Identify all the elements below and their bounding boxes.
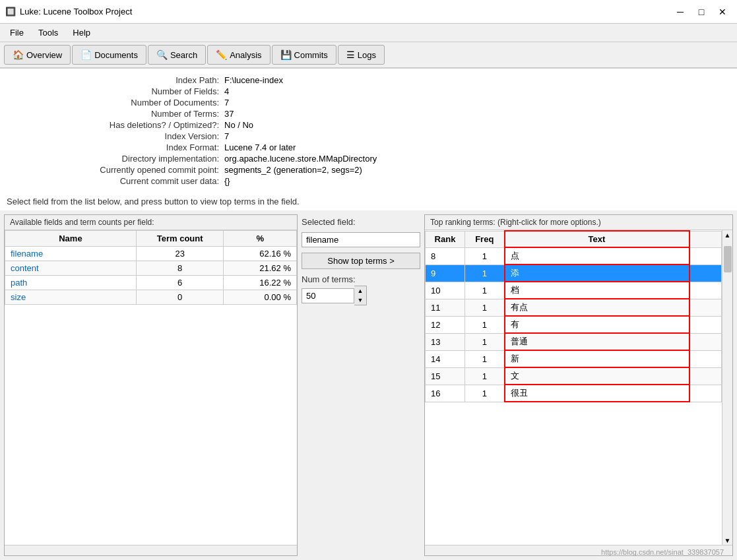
field-name: filename xyxy=(5,247,137,261)
selected-field-input[interactable] xyxy=(302,232,420,247)
col-pct-header: % xyxy=(224,231,297,247)
tab-commits[interactable]: 💾 Commits xyxy=(272,45,336,65)
term-text: 档 xyxy=(505,282,689,299)
term-text: 有点 xyxy=(505,299,689,316)
term-freq: 1 xyxy=(465,367,505,385)
info-value: 7 xyxy=(224,131,229,141)
info-row: Current commit user data:{} xyxy=(13,176,724,186)
home-icon: 🏠 xyxy=(13,49,24,60)
term-freq: 1 xyxy=(465,385,505,402)
info-label: Directory implementation: xyxy=(13,154,224,164)
search-icon: 🔍 xyxy=(156,49,168,60)
info-label: Number of Fields: xyxy=(13,86,224,96)
info-label: Has deletions? / Optimized?: xyxy=(13,120,224,130)
left-horizontal-scrollbar[interactable] xyxy=(5,545,297,555)
term-text: 很丑 xyxy=(505,385,689,402)
field-pct: 62.16 % xyxy=(224,247,297,261)
tab-documents[interactable]: 📄 Documents xyxy=(72,45,146,65)
table-row[interactable]: 101档 xyxy=(426,282,722,299)
tab-overview-label: Overview xyxy=(26,50,62,60)
field-count: 6 xyxy=(136,276,224,290)
field-name: content xyxy=(5,261,137,276)
tab-analysis[interactable]: ✏️ Analysis xyxy=(207,45,270,65)
num-of-terms-input[interactable] xyxy=(302,288,354,303)
term-extra xyxy=(689,350,722,367)
app-icon: 🔲 xyxy=(5,7,16,17)
field-pct: 21.62 % xyxy=(224,261,297,276)
watermark: https://blog.csdn.net/sinat_339837057 xyxy=(601,548,724,556)
table-row[interactable]: 121有 xyxy=(426,316,722,333)
minimize-button[interactable]: ─ xyxy=(671,4,689,20)
term-text: 文 xyxy=(505,367,689,385)
show-top-terms-button[interactable]: Show top terms > xyxy=(302,253,420,269)
info-label: Currently opened commit point: xyxy=(13,165,224,175)
right-panel-title: Top ranking terms: (Right-click for more… xyxy=(425,215,732,230)
selected-field-label: Selected field: xyxy=(302,217,420,227)
table-row[interactable]: 111有点 xyxy=(426,299,722,316)
term-extra xyxy=(689,264,722,282)
term-extra xyxy=(689,299,722,316)
table-row[interactable]: 141新 xyxy=(426,350,722,367)
terms-wrapper: Rank Freq Text 81点91添101档111有点121有131普通1… xyxy=(425,230,732,545)
table-row[interactable]: content821.62 % xyxy=(5,261,297,276)
term-rank: 13 xyxy=(426,333,465,350)
maximize-button[interactable]: □ xyxy=(692,4,711,20)
num-spinner: ▲ ▼ xyxy=(302,286,420,305)
term-text: 普通 xyxy=(505,333,689,350)
info-value: org.apache.lucene.store.MMapDirectory xyxy=(224,154,377,164)
info-row: Currently opened commit point:segments_2… xyxy=(13,165,724,175)
spinner-up-button[interactable]: ▲ xyxy=(354,286,366,296)
menu-file[interactable]: File xyxy=(3,25,31,40)
tab-search-label: Search xyxy=(170,50,197,60)
info-value: No / No xyxy=(224,120,253,130)
documents-icon: 📄 xyxy=(80,49,92,60)
field-count: 23 xyxy=(136,247,224,261)
right-vertical-scrollbar[interactable]: ▲ ▼ xyxy=(722,230,732,545)
info-value: 4 xyxy=(224,86,229,96)
term-rank: 16 xyxy=(426,385,465,402)
tab-overview[interactable]: 🏠 Overview xyxy=(4,45,71,65)
close-button[interactable]: ✕ xyxy=(713,4,732,20)
table-row[interactable]: 131普通 xyxy=(426,333,722,350)
term-freq: 1 xyxy=(465,316,505,333)
table-row[interactable]: filename2362.16 % xyxy=(5,247,297,261)
term-freq: 1 xyxy=(465,264,505,282)
titlebar: 🔲 Luke: Lucene Toolbox Project ─ □ ✕ xyxy=(0,0,737,24)
commits-icon: 💾 xyxy=(280,49,292,60)
col-freq-header: Freq xyxy=(465,231,505,247)
info-value: {} xyxy=(224,176,230,186)
left-panel: Available fields and term counts per fie… xyxy=(4,214,298,556)
term-freq: 1 xyxy=(465,282,505,299)
info-row: Directory implementation:org.apache.luce… xyxy=(13,154,724,164)
table-row[interactable]: 151文 xyxy=(426,367,722,385)
table-row[interactable]: size00.00 % xyxy=(5,290,297,305)
col-rank-header: Rank xyxy=(426,231,465,247)
term-rank: 14 xyxy=(426,350,465,367)
mid-panel: Selected field: Show top terms > Num of … xyxy=(302,214,420,556)
term-extra xyxy=(689,282,722,299)
terms-content: Rank Freq Text 81点91添101档111有点121有131普通1… xyxy=(425,230,722,545)
field-name: size xyxy=(5,290,137,305)
table-row[interactable]: 81点 xyxy=(426,247,722,264)
term-rank: 12 xyxy=(426,316,465,333)
panels: Available fields and term counts per fie… xyxy=(0,210,737,560)
col-text-header: Text xyxy=(505,231,689,247)
tab-search[interactable]: 🔍 Search xyxy=(148,45,206,65)
table-row[interactable]: 161很丑 xyxy=(426,385,722,402)
term-text: 点 xyxy=(505,247,689,264)
menu-help[interactable]: Help xyxy=(65,25,98,40)
term-extra xyxy=(689,367,722,385)
right-panel: Top ranking terms: (Right-click for more… xyxy=(424,214,733,556)
term-freq: 1 xyxy=(465,333,505,350)
field-name: path xyxy=(5,276,137,290)
term-freq: 1 xyxy=(465,247,505,264)
menu-tools[interactable]: Tools xyxy=(31,25,65,40)
info-value: Lucene 7.4 or later xyxy=(224,142,296,152)
tab-analysis-label: Analysis xyxy=(230,50,261,60)
tab-logs[interactable]: ☰ Logs xyxy=(338,45,385,65)
table-row[interactable]: 91添 xyxy=(426,264,722,282)
scroll-track xyxy=(722,239,732,536)
table-row[interactable]: path616.22 % xyxy=(5,276,297,290)
left-panel-title: Available fields and term counts per fie… xyxy=(5,215,297,230)
spinner-down-button[interactable]: ▼ xyxy=(354,296,366,305)
